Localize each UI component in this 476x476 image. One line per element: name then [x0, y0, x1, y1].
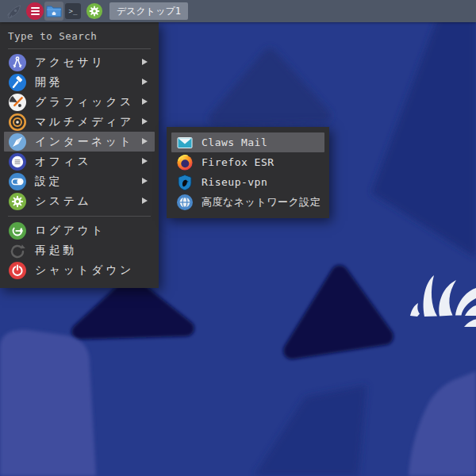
separator [8, 216, 151, 217]
menu-item-shutdown[interactable]: シャットダウン [4, 260, 155, 280]
development-icon [8, 73, 27, 92]
system-icon [8, 192, 27, 211]
applications-menu-button[interactable] [26, 2, 44, 20]
internet-submenu: Claws Mail Firefox ESR [167, 127, 329, 218]
multimedia-icon [8, 113, 27, 132]
menu-item-label: システム [35, 194, 91, 209]
menu-item-label: グラフィックス [35, 95, 134, 109]
submenu-arrow-icon [142, 158, 148, 164]
menu-item-logout[interactable]: ログアウト [4, 221, 155, 240]
settings-gear-button[interactable] [86, 2, 103, 20]
menu-item-label: シャットダウン [35, 263, 134, 278]
submenu-item-advanced-network-settings[interactable]: 高度なネットワーク設定 [171, 192, 324, 212]
menu-item-multimedia[interactable]: マルチメディア [4, 112, 155, 132]
firefox-icon [176, 154, 194, 171]
menu-item-label: ログアウト [35, 224, 106, 238]
menu-item-label: オフィス [35, 155, 91, 169]
submenu-item-firefox-esr[interactable]: Firefox ESR [171, 152, 324, 172]
menu-item-label: マルチメディア [35, 115, 134, 129]
menu-item-label: アクセサリ [35, 56, 106, 70]
menu-item-label: インターネット [35, 135, 133, 149]
launcher-rocket-icon[interactable] [5, 2, 24, 21]
desktop: >_ デスクトップ1 Type to Search [0, 0, 476, 476]
claws-mail-icon [176, 134, 194, 152]
submenu-arrow-icon [142, 198, 148, 204]
terminal-button[interactable]: >_ [65, 3, 81, 19]
graphics-icon [8, 93, 27, 112]
menu-item-internet[interactable]: インターネット [4, 132, 155, 152]
submenu-item-label: Riseup-vpn [202, 176, 267, 188]
submenu-item-label: 高度なネットワーク設定 [202, 195, 321, 209]
menu-item-label: 設定 [35, 175, 63, 189]
settings-icon [8, 172, 27, 191]
riseup-vpn-icon [176, 174, 194, 191]
menu-item-office[interactable]: オフィス [4, 152, 155, 171]
search-hint[interactable]: Type to Search [0, 27, 159, 46]
menu-item-restart[interactable]: 再起動 [4, 240, 155, 260]
separator [8, 48, 151, 49]
advanced-network-icon [176, 194, 194, 211]
restart-icon [8, 241, 27, 260]
submenu-arrow-icon [142, 98, 148, 105]
menu-item-development[interactable]: 開発 [4, 72, 155, 92]
submenu-item-claws-mail[interactable]: Claws Mail [171, 132, 324, 152]
menu-item-settings[interactable]: 設定 [4, 171, 155, 191]
logout-icon [8, 221, 27, 240]
submenu-arrow-icon [142, 178, 148, 184]
submenu-arrow-icon [142, 138, 148, 144]
submenu-arrow-icon [142, 118, 148, 125]
applications-menu: Type to Search アクセサリ 開発 [0, 22, 159, 288]
accessories-icon [8, 53, 27, 72]
submenu-item-label: Claws Mail [202, 136, 267, 148]
menu-item-accessories[interactable]: アクセサリ [4, 52, 155, 72]
workspace-pager[interactable]: デスクトップ1 [109, 2, 188, 20]
submenu-arrow-icon [142, 59, 148, 65]
office-icon [8, 152, 27, 171]
file-manager-button[interactable] [44, 2, 63, 21]
submenu-item-riseup-vpn[interactable]: Riseup-vpn [171, 172, 324, 192]
menu-item-label: 再起動 [35, 244, 77, 258]
shutdown-icon [8, 261, 27, 280]
menu-item-label: 開発 [35, 75, 63, 90]
top-panel: >_ デスクトップ1 [0, 0, 476, 22]
menu-item-graphics[interactable]: グラフィックス [4, 92, 155, 112]
menu-item-system[interactable]: システム [4, 191, 155, 211]
submenu-item-label: Firefox ESR [202, 156, 274, 168]
submenu-arrow-icon [142, 79, 148, 85]
internet-icon [8, 132, 27, 152]
